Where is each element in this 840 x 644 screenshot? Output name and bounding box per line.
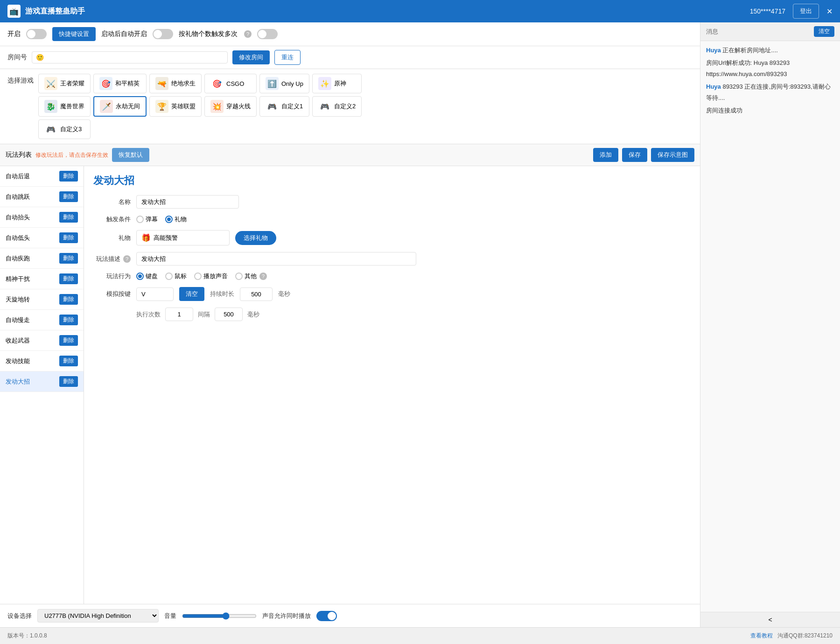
behavior-mouse[interactable]: 鼠标 bbox=[165, 272, 187, 280]
sidebar-item-auto_jump[interactable]: 自动跳跃删除 bbox=[0, 187, 84, 207]
key-input[interactable] bbox=[136, 287, 174, 301]
room-emoji-icon: 🙂 bbox=[36, 54, 44, 61]
behavior-sound-radio[interactable] bbox=[194, 273, 202, 280]
interval-input[interactable] bbox=[215, 308, 243, 321]
delete-btn-auto_walk[interactable]: 删除 bbox=[59, 315, 78, 325]
device-select[interactable]: U2777B (NVIDIA High Definition bbox=[37, 609, 159, 623]
clear-log-button[interactable]: 清空 bbox=[814, 26, 834, 37]
game-item-zdy1[interactable]: 🎮自定义1 bbox=[259, 96, 309, 117]
game-item-ywwj[interactable]: 🗡️永劫无间 bbox=[93, 96, 147, 117]
sidebar-item-label-auto_lower: 自动低头 bbox=[6, 234, 30, 242]
delete-btn-auto_lift[interactable]: 删除 bbox=[59, 212, 78, 223]
qq-group: 沟通QQ群:823741210 bbox=[777, 632, 833, 639]
game-icon-msjsj: 🐉 bbox=[44, 100, 57, 113]
chat-line: Huya 正在解析房间地址.... bbox=[706, 45, 834, 56]
game-item-msjsj[interactable]: 🐉魔兽世界 bbox=[38, 96, 91, 117]
game-icon-cyhx: 💥 bbox=[210, 100, 224, 113]
game-name-zdy3: 自定义3 bbox=[60, 125, 82, 133]
trigger-gift-radio[interactable] bbox=[165, 216, 173, 223]
game-item-hpjy[interactable]: 🎯和平精英 bbox=[93, 74, 147, 93]
game-item-cyhx[interactable]: 💥穿越火线 bbox=[204, 96, 257, 117]
delete-btn-mental[interactable]: 删除 bbox=[59, 273, 78, 284]
hotkey-setting-button[interactable]: 快捷键设置 bbox=[52, 27, 96, 41]
game-icon-wzry: ⚔️ bbox=[44, 77, 57, 90]
name-label: 名称 bbox=[93, 198, 131, 206]
game-icon-yxlm: 🏆 bbox=[155, 100, 168, 113]
game-item-zdy2[interactable]: 🎮自定义2 bbox=[312, 96, 362, 117]
behavior-keyboard-radio[interactable] bbox=[136, 273, 144, 280]
sidebar-item-auto_walk[interactable]: 自动慢走删除 bbox=[0, 310, 84, 330]
delete-btn-auto_run[interactable]: 删除 bbox=[59, 253, 78, 264]
auto-start-toggle[interactable] bbox=[153, 29, 173, 39]
select-gift-button[interactable]: 选择礼物 bbox=[235, 231, 276, 245]
trigger-gift[interactable]: 礼物 bbox=[165, 215, 187, 224]
chat-line: 房间Url解析成功: Huya 893293 https://www.huya.… bbox=[706, 57, 834, 79]
trigger-radio-group: 弹幕 礼物 bbox=[136, 215, 187, 224]
sidebar-item-auto_lower[interactable]: 自动低头删除 bbox=[0, 228, 84, 248]
desc-label: 玩法描述 ? bbox=[93, 255, 131, 263]
logout-button[interactable]: 登出 bbox=[793, 4, 819, 19]
sidebar-item-mental[interactable]: 精神干扰删除 bbox=[0, 269, 84, 289]
restore-default-button[interactable]: 恢复默认 bbox=[112, 148, 149, 162]
behavior-keyboard-label: 键盘 bbox=[146, 272, 158, 280]
behavior-other[interactable]: 其他 ? bbox=[235, 272, 267, 280]
save-button[interactable]: 保存 bbox=[622, 148, 647, 162]
sidebar-item-collect[interactable]: 收起武器删除 bbox=[0, 330, 84, 351]
clear-key-button[interactable]: 清空 bbox=[179, 287, 204, 301]
delete-btn-auto_back[interactable]: 删除 bbox=[59, 171, 78, 182]
delete-btn-skill[interactable]: 删除 bbox=[59, 356, 78, 366]
sidebar-item-auto_run[interactable]: 自动疾跑删除 bbox=[0, 248, 84, 269]
sidebar-item-auto_lift[interactable]: 自动抬头删除 bbox=[0, 207, 84, 228]
tutorial-link[interactable]: 查看教程 bbox=[750, 632, 773, 639]
right-collapse-button[interactable]: < bbox=[700, 612, 840, 627]
game-icon-zdy3: 🎮 bbox=[44, 123, 57, 136]
game-item-csgo[interactable]: 🎯CSGO bbox=[204, 74, 257, 93]
sidebar: 自动后退删除自动跳跃删除自动抬头删除自动低头删除自动疾跑删除精神干扰删除天旋地转… bbox=[0, 166, 84, 604]
game-item-yy[interactable]: ✨原神 bbox=[312, 74, 362, 93]
duration-input[interactable] bbox=[240, 287, 273, 301]
game-item-zdy3[interactable]: 🎮自定义3 bbox=[38, 119, 91, 139]
delete-btn-spin[interactable]: 删除 bbox=[59, 294, 78, 305]
save-image-button[interactable]: 保存示意图 bbox=[651, 148, 694, 162]
behavior-keyboard[interactable]: 键盘 bbox=[136, 272, 158, 280]
behavior-mouse-radio[interactable] bbox=[165, 273, 173, 280]
device-row: 设备选择 U2777B (NVIDIA High Definition 音量 声… bbox=[0, 604, 700, 627]
game-item-wzry[interactable]: ⚔️王者荣耀 bbox=[38, 74, 91, 93]
close-icon[interactable]: ✕ bbox=[826, 7, 833, 16]
sidebar-item-skill[interactable]: 发动技能删除 bbox=[0, 351, 84, 371]
game-item-onlyup[interactable]: ⬆️Only Up bbox=[259, 74, 309, 93]
delete-btn-collect[interactable]: 删除 bbox=[59, 335, 78, 346]
game-icon-ywwj: 🗡️ bbox=[100, 100, 113, 113]
trigger-label: 触发条件 bbox=[93, 215, 131, 224]
add-button[interactable]: 添加 bbox=[593, 148, 618, 162]
modify-room-button[interactable]: 修改房间 bbox=[232, 50, 270, 64]
reconnect-button[interactable]: 重连 bbox=[274, 50, 301, 65]
volume-label: 音量 bbox=[164, 612, 176, 620]
sidebar-item-spin[interactable]: 天旋地转删除 bbox=[0, 289, 84, 310]
behavior-sound[interactable]: 播放声音 bbox=[194, 272, 228, 280]
trigger-bullet[interactable]: 弹幕 bbox=[136, 215, 158, 224]
gift-trigger-toggle[interactable] bbox=[257, 29, 278, 39]
top-controls: 开启 快捷键设置 启动后自动开启 按礼物个数触发多次 ? bbox=[0, 22, 700, 46]
chat-username: Huya bbox=[706, 83, 721, 90]
statusbar: 版本号：1.0.0.8 查看教程 沟通QQ群:823741210 bbox=[0, 627, 840, 644]
delete-btn-ultimate[interactable]: 删除 bbox=[59, 376, 78, 387]
room-input[interactable] bbox=[47, 54, 224, 61]
name-input[interactable] bbox=[136, 195, 239, 209]
sidebar-item-label-ultimate: 发动大招 bbox=[6, 378, 30, 386]
game-item-jdqm[interactable]: 🔫绝地求生 bbox=[149, 74, 202, 93]
behavior-other-help-icon: ? bbox=[259, 273, 267, 280]
gift-value: 高能预警 bbox=[154, 234, 178, 242]
sidebar-item-auto_back[interactable]: 自动后退删除 bbox=[0, 166, 84, 187]
game-item-yxlm[interactable]: 🏆英雄联盟 bbox=[149, 96, 202, 117]
behavior-other-radio[interactable] bbox=[235, 273, 243, 280]
sidebar-item-ultimate[interactable]: 发动大招删除 bbox=[0, 371, 84, 392]
exec-input[interactable] bbox=[165, 308, 193, 321]
delete-btn-auto_lower[interactable]: 删除 bbox=[59, 232, 78, 243]
enable-toggle[interactable] bbox=[26, 29, 47, 39]
trigger-bullet-radio[interactable] bbox=[136, 216, 144, 223]
sound-toggle[interactable] bbox=[316, 611, 337, 621]
delete-btn-auto_jump[interactable]: 删除 bbox=[59, 191, 78, 202]
desc-input[interactable] bbox=[136, 252, 416, 266]
volume-slider[interactable] bbox=[182, 612, 257, 620]
